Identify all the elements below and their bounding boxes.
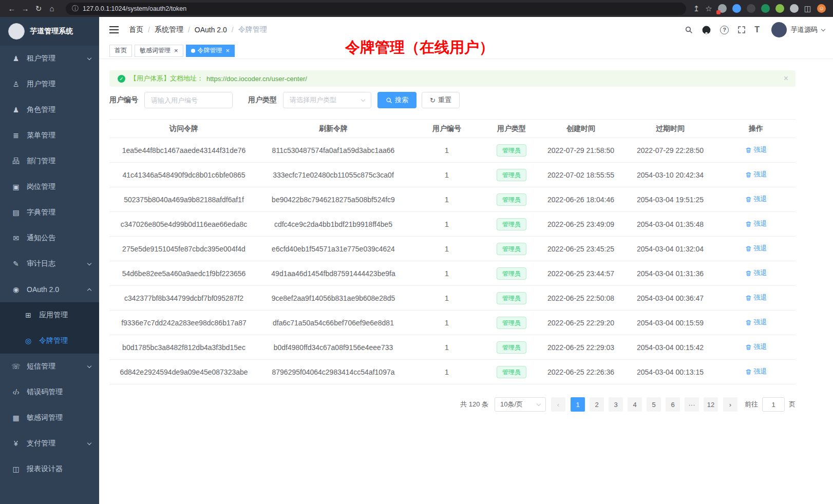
user-type-cell: 管理员	[485, 360, 538, 384]
sidebar-item-dept[interactable]: 品部门管理	[0, 148, 99, 174]
prev-page-button[interactable]: ‹	[551, 397, 565, 412]
action-cell: 强退	[716, 138, 796, 163]
user-type-cell: 管理员	[485, 163, 538, 187]
bookmark-star-icon[interactable]: ☆	[705, 5, 712, 12]
help-icon[interactable]: ?	[720, 26, 729, 34]
sidebar-menu: ♟租户管理♙用户管理♟角色管理≣菜单管理品部门管理▣岗位管理▤字典管理✉通知公告…	[0, 46, 99, 482]
page-button-2[interactable]: 2	[590, 397, 604, 412]
sidebar-item-menu[interactable]: ≣菜单管理	[0, 123, 99, 148]
breadcrumb-item[interactable]: 首页	[129, 25, 143, 34]
next-page-button[interactable]: ›	[723, 397, 737, 412]
force-logout-button[interactable]: 强退	[745, 244, 767, 253]
forward-icon[interactable]: →	[18, 0, 32, 17]
sidebar-item-report[interactable]: ◫报表设计器	[0, 456, 99, 482]
search-icon[interactable]	[685, 26, 693, 34]
sidebar-item-user[interactable]: ♙用户管理	[0, 71, 99, 97]
fullscreen-icon[interactable]	[737, 26, 746, 34]
page-button-12[interactable]: 12	[704, 397, 718, 412]
sidebar-item-sms[interactable]: ☏短信管理	[0, 354, 99, 379]
back-icon[interactable]: ←	[5, 0, 18, 17]
github-icon[interactable]	[702, 25, 711, 35]
sidebar-item-audit-log[interactable]: ✎审计日志	[0, 251, 99, 277]
extension-icon-paw[interactable]	[790, 4, 799, 13]
success-check-icon: ✓	[118, 75, 125, 83]
sidebar-item-dict[interactable]: ▤字典管理	[0, 200, 99, 225]
force-logout-button[interactable]: 强退	[745, 268, 767, 278]
tab-oauth2-token[interactable]: 令牌管理×	[186, 45, 235, 57]
search-button[interactable]: 搜索	[377, 92, 416, 108]
sidebar-item-oauth2[interactable]: ◉OAuth 2.0	[0, 277, 99, 302]
address-bar[interactable]: ⓘ 127.0.0.1:1024/system/oauth2/token	[66, 3, 686, 15]
breadcrumb-item[interactable]: OAuth 2.0	[195, 26, 227, 34]
sidebar-item-tenant[interactable]: ♟租户管理	[0, 46, 99, 71]
force-logout-button[interactable]: 强退	[745, 170, 767, 179]
app-logo[interactable]: 芋道管理系统	[0, 17, 99, 46]
sidebar-item-label: 岗位管理	[27, 182, 55, 191]
access-token-cell: 275e5de9151045fe87cbdc395e004f4d	[109, 237, 258, 261]
close-icon[interactable]: ×	[784, 74, 788, 83]
goto-page-input[interactable]	[762, 397, 785, 412]
user-icon: ♙	[10, 80, 22, 88]
user-id-input[interactable]	[144, 92, 233, 108]
close-icon[interactable]: ×	[174, 47, 178, 54]
create-time-cell: 2022-06-25 22:26:36	[538, 360, 624, 384]
dept-tree-icon: 品	[10, 157, 22, 166]
column-header: 创建时间	[538, 120, 624, 138]
extension-icon-green[interactable]	[761, 4, 770, 13]
doc-link[interactable]: https://doc.iocoder.cn/user-center/	[206, 75, 307, 83]
create-time-cell: 2022-06-25 23:49:09	[538, 212, 624, 237]
extension-icon-lime[interactable]	[775, 4, 784, 13]
extension-icon-blue[interactable]	[732, 4, 741, 13]
page-button-4[interactable]: 4	[628, 397, 642, 412]
page-button-3[interactable]: 3	[609, 397, 623, 412]
font-size-icon[interactable]: T	[754, 25, 760, 34]
tab-home[interactable]: 首页	[109, 45, 132, 57]
user-type-select[interactable]: 请选择用户类型	[283, 92, 371, 108]
force-logout-button[interactable]: 强退	[745, 318, 767, 327]
sidebar-collapse-icon[interactable]	[109, 26, 119, 33]
force-logout-button[interactable]: 强退	[745, 367, 767, 376]
user-type-cell: 管理员	[485, 286, 538, 311]
page-button-6[interactable]: 6	[666, 397, 680, 412]
expire-time-cell: 2054-03-04 00:15:42	[624, 335, 716, 360]
force-logout-button[interactable]: 强退	[745, 219, 767, 228]
profile-avatar-icon[interactable]: ☺	[817, 4, 826, 13]
site-info-icon[interactable]: ⓘ	[72, 4, 79, 13]
share-icon[interactable]: ↥	[693, 5, 700, 12]
user-menu[interactable]: 芋道源码	[771, 22, 825, 37]
sidebar-item-sensitive-word[interactable]: ▦敏感词管理	[0, 405, 99, 431]
reset-button[interactable]: ↻ 重置	[422, 92, 460, 108]
force-logout-label: 强退	[754, 170, 767, 179]
force-logout-button[interactable]: 强退	[745, 145, 767, 154]
sidebar-item-oauth2-token[interactable]: ◎令牌管理	[0, 328, 99, 354]
sidebar-item-error-code[interactable]: ‹/›错误码管理	[0, 379, 99, 405]
token-icon: ◎	[23, 337, 34, 345]
page-content: ✓ 【用户体系】文档地址： https://doc.iocoder.cn/use…	[99, 59, 796, 412]
sidebar-panel-icon[interactable]: ◫	[804, 5, 811, 12]
sidebar-item-oauth2-client[interactable]: ⊞应用管理	[0, 302, 99, 328]
action-cell: 强退	[716, 360, 796, 384]
user-id-label: 用户编号	[109, 95, 138, 105]
table-row: 502375b8040a469a9b82188afdf6af1fbe90422b…	[109, 187, 796, 212]
pager-more-icon[interactable]: ···	[685, 397, 699, 412]
extension-icon-dark[interactable]	[747, 4, 755, 13]
breadcrumb-item[interactable]: 系统管理	[155, 25, 183, 34]
sidebar-item-role[interactable]: ♟角色管理	[0, 97, 99, 123]
home-icon[interactable]: ⌂	[45, 0, 59, 17]
tab-sensitive-word[interactable]: 敏感词管理×	[135, 45, 183, 57]
force-logout-button[interactable]: 强退	[745, 293, 767, 302]
page-button-1[interactable]: 1	[571, 397, 585, 412]
table-row: 54d6be82ee5a460a9aedc1f9bf22365649d1aa46…	[109, 261, 796, 286]
sidebar-item-pay[interactable]: ¥支付管理	[0, 431, 99, 456]
page-button-5[interactable]: 5	[647, 397, 661, 412]
page-size-select[interactable]: 10条/页	[495, 397, 546, 412]
force-logout-button[interactable]: 强退	[745, 195, 767, 204]
reload-icon[interactable]: ↻	[32, 0, 45, 17]
sidebar-item-post[interactable]: ▣岗位管理	[0, 174, 99, 200]
alert-text: 【用户体系】文档地址：	[130, 74, 203, 83]
force-logout-button[interactable]: 强退	[745, 342, 767, 352]
sidebar-item-notice[interactable]: ✉通知公告	[0, 225, 99, 251]
close-icon[interactable]: ×	[226, 47, 230, 54]
refresh-token-cell: 8796295f04064c2983414cc54af1097a	[258, 360, 408, 384]
extension-icon-gray-badged[interactable]	[718, 4, 727, 13]
